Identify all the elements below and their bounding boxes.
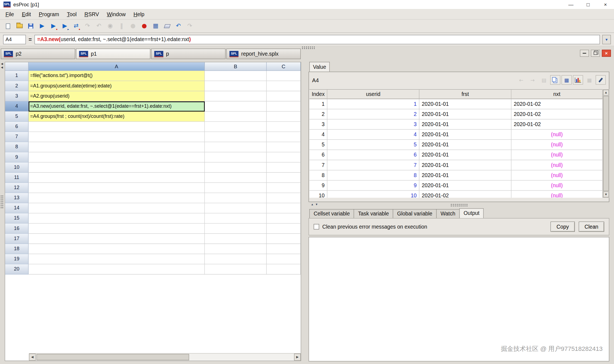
- splitter-arrows[interactable]: ▲▼: [311, 203, 319, 206]
- cell-B15[interactable]: [205, 214, 267, 224]
- cell-C20[interactable]: [267, 264, 301, 274]
- cell-B7[interactable]: [205, 132, 267, 142]
- cell-A13[interactable]: [29, 193, 205, 203]
- sheet-restore-button[interactable]: [591, 50, 600, 57]
- tab-global-variable[interactable]: Global variable: [393, 209, 437, 218]
- reset-button[interactable]: ⇄●: [71, 21, 82, 32]
- row-header-1[interactable]: 1: [5, 71, 29, 81]
- row-header-12[interactable]: 12: [5, 183, 29, 193]
- row-header-4[interactable]: 4: [5, 101, 29, 112]
- cell-B20[interactable]: [205, 264, 267, 274]
- tab-task-variable[interactable]: Task variable: [354, 209, 393, 218]
- window-minimize-button[interactable]: —: [562, 0, 579, 9]
- cell-A11[interactable]: [29, 173, 205, 183]
- calculate-area-button[interactable]: ▦: [150, 21, 161, 32]
- grid-view-button[interactable]: ▦: [562, 75, 572, 84]
- cell-A4[interactable]: =A3.new(userid, edate:frst, ~.select@1(e…: [29, 101, 205, 112]
- row-header-6[interactable]: 6: [5, 122, 29, 132]
- cell-A10[interactable]: [29, 163, 205, 173]
- left-splitter[interactable]: ◀ ◀: [0, 62, 4, 361]
- column-header-A[interactable]: A: [29, 62, 205, 71]
- undo-button[interactable]: ↶: [173, 21, 184, 32]
- open-file-button[interactable]: [14, 21, 25, 32]
- cell-C3[interactable]: [267, 91, 301, 101]
- row-header-11[interactable]: 11: [5, 173, 29, 183]
- cell-A16[interactable]: [29, 224, 205, 234]
- horizontal-scroll-thumb[interactable]: [36, 354, 189, 360]
- cell-C9[interactable]: [267, 152, 301, 163]
- cell-C5[interactable]: [267, 112, 301, 122]
- cell-B4[interactable]: [205, 101, 267, 112]
- panel-splitter[interactable]: ▲▼: [309, 203, 609, 207]
- cell-B19[interactable]: [205, 254, 267, 264]
- cell-A8[interactable]: [29, 142, 205, 152]
- cell-B1[interactable]: [205, 71, 267, 81]
- cell-C13[interactable]: [267, 193, 301, 203]
- cell-C2[interactable]: [267, 81, 301, 91]
- clean-button[interactable]: Clean: [579, 222, 604, 232]
- chart-button[interactable]: [573, 75, 583, 84]
- doc-tab-p[interactable]: SPLp: [151, 49, 225, 59]
- cell-reference-input[interactable]: A4: [3, 35, 26, 44]
- cell-B6[interactable]: [205, 122, 267, 132]
- menu-rsrv[interactable]: RSRV: [81, 10, 103, 18]
- cell-C14[interactable]: [267, 203, 301, 213]
- cell-A20[interactable]: [29, 264, 205, 274]
- doc-tab-report_hive.splx[interactable]: SPLreport_hive.splx: [226, 49, 301, 59]
- cell-B18[interactable]: [205, 244, 267, 254]
- clean-messages-checkbox[interactable]: [314, 224, 319, 229]
- value-vertical-scrollbar[interactable]: ▲ ▼: [603, 89, 609, 198]
- value-col-header-userid[interactable]: userid: [327, 90, 419, 99]
- tab-value[interactable]: Value: [309, 62, 330, 72]
- row-header-2[interactable]: 2: [5, 81, 29, 91]
- cell-A6[interactable]: [29, 122, 205, 132]
- column-header-B[interactable]: B: [205, 62, 267, 71]
- menu-help[interactable]: Help: [130, 10, 148, 18]
- cell-C10[interactable]: [267, 163, 301, 173]
- copy-button[interactable]: Copy: [551, 222, 575, 232]
- row-header-20[interactable]: 20: [5, 264, 29, 274]
- cell-C4[interactable]: [267, 101, 301, 112]
- formula-input[interactable]: =A3.new(userid, edate:frst, ~.select@1(e…: [35, 35, 600, 44]
- row-header-9[interactable]: 9: [5, 152, 29, 163]
- row-header-19[interactable]: 19: [5, 254, 29, 264]
- cell-A5[interactable]: =A4.groups(frst ; count(nxt)/count(frst)…: [29, 112, 205, 122]
- cell-B14[interactable]: [205, 203, 267, 213]
- row-header-3[interactable]: 3: [5, 91, 29, 101]
- cell-B2[interactable]: [205, 81, 267, 91]
- menu-file[interactable]: File: [2, 10, 18, 18]
- row-header-18[interactable]: 18: [5, 244, 29, 254]
- new-file-button[interactable]: [3, 21, 13, 32]
- collapse-left-icon-2[interactable]: ◀: [0, 66, 4, 69]
- cell-A12[interactable]: [29, 183, 205, 193]
- row-header-15[interactable]: 15: [5, 214, 29, 224]
- cell-C8[interactable]: [267, 142, 301, 152]
- column-header-C[interactable]: C: [267, 62, 301, 71]
- cell-B3[interactable]: [205, 91, 267, 101]
- cell-A14[interactable]: [29, 203, 205, 213]
- splitter-up-icon[interactable]: ▲: [311, 203, 315, 206]
- value-col-header-frst[interactable]: frst: [419, 90, 511, 99]
- menu-tool[interactable]: Tool: [63, 10, 81, 18]
- tab-output[interactable]: Output: [459, 208, 484, 218]
- cell-C15[interactable]: [267, 214, 301, 224]
- scroll-up-icon[interactable]: ▲: [603, 90, 609, 95]
- cell-B12[interactable]: [205, 183, 267, 193]
- doc-tab-p2[interactable]: SPLp2: [1, 49, 75, 59]
- splitter-down-icon[interactable]: ▼: [315, 203, 320, 206]
- run-current-cell-button[interactable]: ▶●: [48, 21, 59, 32]
- row-header-7[interactable]: 7: [5, 132, 29, 142]
- step-next-button[interactable]: ▶▸: [59, 21, 70, 32]
- cell-C7[interactable]: [267, 132, 301, 142]
- row-header-13[interactable]: 13: [5, 193, 29, 203]
- row-header-14[interactable]: 14: [5, 203, 29, 213]
- cell-C12[interactable]: [267, 183, 301, 193]
- cell-B11[interactable]: [205, 173, 267, 183]
- row-header-17[interactable]: 17: [5, 234, 29, 244]
- window-close-button[interactable]: ×: [597, 0, 614, 9]
- collapse-left-icon[interactable]: ◀: [0, 62, 4, 66]
- splitter-grip-icon[interactable]: [0, 195, 3, 209]
- cell-B9[interactable]: [205, 152, 267, 163]
- cell-C1[interactable]: [267, 71, 301, 81]
- cell-A2[interactable]: =A1.groups(userid,date(etime):edate): [29, 81, 205, 91]
